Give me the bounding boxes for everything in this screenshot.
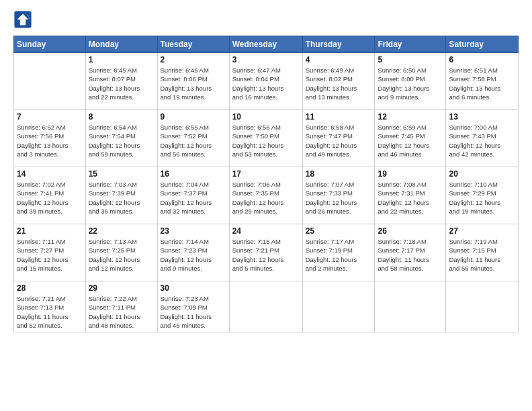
calendar-cell: 9Sunrise: 6:55 AM Sunset: 7:52 PM Daylig… [157, 110, 229, 167]
day-number: 16 [161, 169, 226, 179]
day-number: 26 [378, 226, 443, 236]
day-info: Sunrise: 7:08 AM Sunset: 7:31 PM Dayligh… [378, 180, 443, 216]
day-number: 3 [232, 55, 300, 64]
day-number: 27 [449, 226, 515, 236]
day-info: Sunrise: 6:49 AM Sunset: 8:02 PM Dayligh… [306, 66, 372, 101]
calendar-cell: 27Sunrise: 7:19 AM Sunset: 7:15 PM Dayli… [446, 224, 519, 281]
day-number: 4 [306, 55, 372, 64]
calendar-cell: 20Sunrise: 7:10 AM Sunset: 7:29 PM Dayli… [446, 167, 519, 224]
day-number: 7 [17, 112, 83, 122]
calendar-cell [229, 281, 302, 332]
calendar-cell [302, 281, 375, 332]
day-number: 12 [378, 112, 443, 122]
calendar-cell: 26Sunrise: 7:18 AM Sunset: 7:17 PM Dayli… [375, 224, 446, 281]
day-info: Sunrise: 7:04 AM Sunset: 7:37 PM Dayligh… [161, 180, 226, 216]
calendar-cell: 16Sunrise: 7:04 AM Sunset: 7:37 PM Dayli… [157, 167, 229, 224]
calendar-header-friday: Friday [375, 36, 446, 53]
calendar-header-saturday: Saturday [446, 36, 519, 53]
day-number: 1 [89, 55, 154, 64]
day-info: Sunrise: 6:46 AM Sunset: 8:06 PM Dayligh… [161, 66, 226, 101]
day-info: Sunrise: 7:10 AM Sunset: 7:29 PM Dayligh… [449, 180, 515, 216]
calendar-week-1: 7Sunrise: 6:52 AM Sunset: 7:56 PM Daylig… [14, 110, 519, 167]
day-number: 9 [161, 112, 226, 122]
day-info: Sunrise: 7:00 AM Sunset: 7:43 PM Dayligh… [449, 123, 515, 158]
calendar-week-2: 14Sunrise: 7:02 AM Sunset: 7:41 PM Dayli… [14, 167, 519, 224]
calendar-header-row: SundayMondayTuesdayWednesdayThursdayFrid… [14, 36, 519, 53]
day-number: 8 [89, 112, 154, 122]
calendar-cell: 5Sunrise: 6:50 AM Sunset: 8:00 PM Daylig… [375, 53, 446, 110]
calendar-cell: 6Sunrise: 6:51 AM Sunset: 7:58 PM Daylig… [446, 53, 519, 110]
day-info: Sunrise: 6:58 AM Sunset: 7:47 PM Dayligh… [306, 123, 372, 158]
day-number: 30 [161, 283, 226, 293]
day-info: Sunrise: 6:47 AM Sunset: 8:04 PM Dayligh… [232, 66, 300, 101]
calendar-cell: 18Sunrise: 7:07 AM Sunset: 7:33 PM Dayli… [302, 167, 375, 224]
calendar-cell: 29Sunrise: 7:22 AM Sunset: 7:11 PM Dayli… [85, 281, 157, 332]
day-number: 21 [17, 226, 83, 236]
day-info: Sunrise: 6:50 AM Sunset: 8:00 PM Dayligh… [378, 66, 443, 101]
day-number: 15 [89, 169, 154, 179]
day-number: 28 [17, 283, 83, 293]
calendar-header-tuesday: Tuesday [157, 36, 229, 53]
day-number: 10 [232, 112, 300, 122]
day-info: Sunrise: 7:17 AM Sunset: 7:19 PM Dayligh… [306, 237, 372, 273]
calendar-cell: 10Sunrise: 6:56 AM Sunset: 7:50 PM Dayli… [229, 110, 302, 167]
day-info: Sunrise: 7:06 AM Sunset: 7:35 PM Dayligh… [232, 180, 300, 216]
logo [13, 10, 35, 29]
day-info: Sunrise: 7:07 AM Sunset: 7:33 PM Dayligh… [306, 180, 372, 216]
calendar-cell [446, 281, 519, 332]
calendar-cell: 7Sunrise: 6:52 AM Sunset: 7:56 PM Daylig… [14, 110, 86, 167]
day-info: Sunrise: 7:13 AM Sunset: 7:25 PM Dayligh… [89, 237, 154, 273]
day-number: 6 [449, 55, 515, 64]
calendar-cell: 24Sunrise: 7:15 AM Sunset: 7:21 PM Dayli… [229, 224, 302, 281]
day-info: Sunrise: 7:19 AM Sunset: 7:15 PM Dayligh… [449, 237, 515, 273]
day-info: Sunrise: 7:15 AM Sunset: 7:21 PM Dayligh… [232, 237, 300, 273]
day-info: Sunrise: 6:56 AM Sunset: 7:50 PM Dayligh… [232, 123, 300, 158]
calendar-header-thursday: Thursday [302, 36, 375, 53]
calendar-cell [14, 53, 86, 110]
calendar-cell: 15Sunrise: 7:03 AM Sunset: 7:39 PM Dayli… [85, 167, 157, 224]
day-number: 14 [17, 169, 83, 179]
day-info: Sunrise: 7:02 AM Sunset: 7:41 PM Dayligh… [17, 180, 83, 216]
day-number: 25 [306, 226, 372, 236]
calendar-cell: 12Sunrise: 6:59 AM Sunset: 7:45 PM Dayli… [375, 110, 446, 167]
calendar-cell: 1Sunrise: 6:45 AM Sunset: 8:07 PM Daylig… [85, 53, 157, 110]
calendar-header-wednesday: Wednesday [229, 36, 302, 53]
calendar-cell: 30Sunrise: 7:23 AM Sunset: 7:09 PM Dayli… [157, 281, 229, 332]
day-info: Sunrise: 6:45 AM Sunset: 8:07 PM Dayligh… [89, 66, 154, 101]
day-info: Sunrise: 6:55 AM Sunset: 7:52 PM Dayligh… [161, 123, 226, 158]
page-header [13, 10, 519, 29]
day-number: 17 [232, 169, 300, 179]
day-number: 29 [89, 283, 154, 293]
day-info: Sunrise: 7:03 AM Sunset: 7:39 PM Dayligh… [89, 180, 154, 216]
day-number: 18 [306, 169, 372, 179]
day-info: Sunrise: 7:18 AM Sunset: 7:17 PM Dayligh… [378, 237, 443, 273]
day-number: 11 [306, 112, 372, 122]
day-number: 19 [378, 169, 443, 179]
calendar-cell: 11Sunrise: 6:58 AM Sunset: 7:47 PM Dayli… [302, 110, 375, 167]
day-info: Sunrise: 7:11 AM Sunset: 7:27 PM Dayligh… [17, 237, 83, 273]
day-info: Sunrise: 6:51 AM Sunset: 7:58 PM Dayligh… [449, 66, 515, 101]
calendar-cell: 14Sunrise: 7:02 AM Sunset: 7:41 PM Dayli… [14, 167, 86, 224]
day-info: Sunrise: 7:23 AM Sunset: 7:09 PM Dayligh… [161, 294, 226, 330]
day-number: 13 [449, 112, 515, 122]
calendar-cell: 8Sunrise: 6:54 AM Sunset: 7:54 PM Daylig… [85, 110, 157, 167]
calendar-week-0: 1Sunrise: 6:45 AM Sunset: 8:07 PM Daylig… [14, 53, 519, 110]
calendar-week-3: 21Sunrise: 7:11 AM Sunset: 7:27 PM Dayli… [14, 224, 519, 281]
day-info: Sunrise: 7:22 AM Sunset: 7:11 PM Dayligh… [89, 294, 154, 330]
calendar-cell [375, 281, 446, 332]
calendar-table: SundayMondayTuesdayWednesdayThursdayFrid… [13, 36, 519, 332]
calendar-week-4: 28Sunrise: 7:21 AM Sunset: 7:13 PM Dayli… [14, 281, 519, 332]
calendar-cell: 23Sunrise: 7:14 AM Sunset: 7:23 PM Dayli… [157, 224, 229, 281]
day-info: Sunrise: 7:14 AM Sunset: 7:23 PM Dayligh… [161, 237, 226, 273]
calendar-header-monday: Monday [85, 36, 157, 53]
logo-icon [13, 10, 32, 29]
calendar-cell: 25Sunrise: 7:17 AM Sunset: 7:19 PM Dayli… [302, 224, 375, 281]
day-number: 22 [89, 226, 154, 236]
calendar-cell: 28Sunrise: 7:21 AM Sunset: 7:13 PM Dayli… [14, 281, 86, 332]
day-info: Sunrise: 6:54 AM Sunset: 7:54 PM Dayligh… [89, 123, 154, 158]
day-number: 23 [161, 226, 226, 236]
calendar-cell: 19Sunrise: 7:08 AM Sunset: 7:31 PM Dayli… [375, 167, 446, 224]
calendar-cell: 2Sunrise: 6:46 AM Sunset: 8:06 PM Daylig… [157, 53, 229, 110]
day-info: Sunrise: 7:21 AM Sunset: 7:13 PM Dayligh… [17, 294, 83, 330]
calendar-cell: 3Sunrise: 6:47 AM Sunset: 8:04 PM Daylig… [229, 53, 302, 110]
